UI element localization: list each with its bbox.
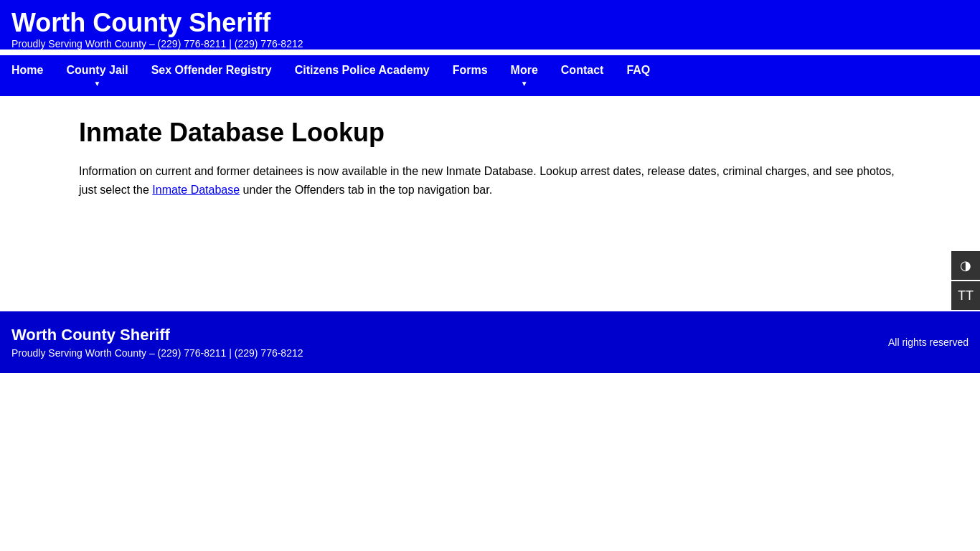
site-header: Worth County Sheriff Proudly Serving Wor… (0, 0, 980, 50)
nav-item-faq[interactable]: FAQ (615, 55, 661, 85)
text-size-toggle-button[interactable]: TT (951, 281, 980, 310)
accessibility-panel: ◑ TT (951, 251, 980, 310)
nav-item-label: FAQ (626, 64, 650, 77)
nav-item-label: Sex Offender Registry (151, 64, 272, 77)
site-title: Worth County Sheriff (11, 7, 969, 38)
nav-item-label: County Jail (66, 64, 128, 77)
footer-tagline: Proudly Serving Worth County – (229) 776… (11, 347, 303, 359)
footer-left: Worth County Sheriff Proudly Serving Wor… (11, 326, 303, 359)
footer-title: Worth County Sheriff (11, 326, 303, 344)
site-footer: Worth County Sheriff Proudly Serving Wor… (0, 311, 980, 373)
nav-item-forms[interactable]: Forms (441, 55, 499, 85)
nav-item-label: Contact (561, 64, 604, 77)
nav-item-label: Home (11, 64, 43, 77)
page-title: Inmate Database Lookup (79, 118, 951, 148)
main-content: Inmate Database Lookup Information on cu… (0, 96, 980, 311)
page-content: Information on current and former detain… (79, 162, 904, 199)
main-nav: HomeCounty Jail▼Sex Offender RegistryCit… (0, 55, 980, 96)
content-after-link: under the Offenders tab in the top navig… (240, 184, 492, 196)
site-tagline: Proudly Serving Worth County – (229) 776… (11, 38, 969, 50)
contrast-toggle-button[interactable]: ◑ (951, 251, 980, 280)
nav-item-label: Forms (453, 64, 488, 77)
nav-item-label: More (511, 64, 538, 77)
nav-item-contact[interactable]: Contact (550, 55, 616, 85)
nav-item-citizens-police-academy[interactable]: Citizens Police Academy (283, 55, 441, 85)
footer-rights: All rights reserved (888, 336, 969, 348)
chevron-down-icon: ▼ (94, 80, 101, 88)
nav-item-home[interactable]: Home (0, 55, 55, 85)
nav-item-label: Citizens Police Academy (295, 64, 430, 77)
nav-item-more[interactable]: More▼ (499, 55, 550, 96)
nav-item-county-jail[interactable]: County Jail▼ (55, 55, 139, 96)
nav-item-sex-offender-registry[interactable]: Sex Offender Registry (140, 55, 283, 85)
chevron-down-icon: ▼ (521, 80, 528, 88)
inmate-database-link[interactable]: Inmate Database (152, 184, 240, 196)
